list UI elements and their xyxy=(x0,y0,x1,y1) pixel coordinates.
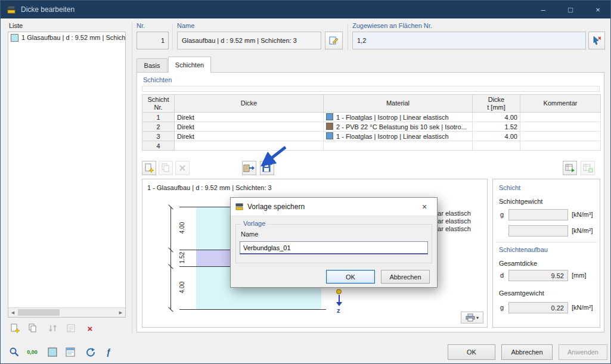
material-cell[interactable]: 1 - Floatglas | Isotrop | Linear elastis… xyxy=(324,113,473,122)
apply-button[interactable]: Anwenden xyxy=(559,344,607,360)
copy-thickness-button[interactable] xyxy=(26,321,40,335)
comment-cell[interactable] xyxy=(520,132,601,141)
name-field[interactable]: Glasaufbau | d : 9.52 mm | Schichten: 3 xyxy=(177,32,321,49)
dim-label: 4.00 xyxy=(179,278,185,298)
assigned-field[interactable]: 1,2 xyxy=(352,32,586,49)
scroll-thumb[interactable] xyxy=(18,309,60,316)
delete-layer-button[interactable] xyxy=(175,161,190,175)
thickness-cell[interactable] xyxy=(473,141,520,151)
scroll-left-icon[interactable]: ◀ xyxy=(8,308,17,317)
navigator-button[interactable] xyxy=(63,345,78,359)
delete-icon: × xyxy=(88,323,93,334)
header-divider xyxy=(348,23,348,51)
layer-weight-area-field xyxy=(508,225,568,237)
dicke-type-cell[interactable]: Direkt xyxy=(175,122,324,132)
copy-sheets-icon xyxy=(160,163,171,173)
template-name-input[interactable] xyxy=(240,241,428,254)
template-name-label: Name xyxy=(241,231,258,238)
z-axis-label: z xyxy=(337,307,340,314)
list-item[interactable]: 1 Glasaufbau | d : 9.52 mm | Schich xyxy=(8,32,125,43)
close-icon[interactable]: × xyxy=(584,1,611,18)
sort-icon xyxy=(48,323,58,334)
edit-name-button[interactable] xyxy=(325,32,343,49)
name-label: Name xyxy=(177,22,194,29)
add-layer-button[interactable] xyxy=(142,161,156,175)
scroll-right-icon[interactable]: ▶ xyxy=(116,308,125,317)
units-icon: 0,00 xyxy=(27,349,38,355)
annotation-arrow xyxy=(253,145,290,171)
material-color-swatch xyxy=(326,132,333,139)
material-cell[interactable] xyxy=(324,141,473,151)
export-table-button[interactable] xyxy=(563,161,577,175)
print-table-button[interactable] xyxy=(581,161,595,175)
modal-ok-button[interactable]: OK xyxy=(326,270,375,284)
copy-sheets-icon xyxy=(27,323,38,334)
cursor-pick-icon xyxy=(591,35,602,46)
save-template-dialog: Vorlage speichern × Vorlage Name OK Abbr… xyxy=(230,197,438,288)
nr-label: Nr. xyxy=(137,22,145,29)
pencil-icon xyxy=(328,35,339,46)
formula-button[interactable]: ƒ xyxy=(101,345,116,359)
dicke-type-cell[interactable] xyxy=(175,141,324,151)
z-axis-arrow xyxy=(339,295,340,302)
sort-list-button[interactable] xyxy=(46,321,60,335)
aufbau-title: Schichtenaufbau xyxy=(499,246,548,253)
printer-icon xyxy=(466,313,475,322)
delete-thickness-button[interactable]: × xyxy=(83,321,97,335)
vorlage-group: Vorlage Name xyxy=(235,224,432,263)
refresh-button[interactable] xyxy=(83,345,98,359)
ok-button[interactable]: OK xyxy=(448,344,495,360)
g-label: g xyxy=(500,211,504,218)
print-preview-button[interactable]: ▾ xyxy=(461,312,483,323)
renumber-list-button[interactable] xyxy=(64,321,78,335)
row-number-cell[interactable]: 3 xyxy=(142,132,175,141)
z-axis-node xyxy=(336,289,342,294)
list-hscrollbar[interactable]: ◀ ▶ xyxy=(8,307,125,317)
dicke-type-cell[interactable]: Direkt xyxy=(175,132,324,141)
tab-basis[interactable]: Basis xyxy=(137,58,168,73)
material-cell[interactable]: 2 - PVB 22 °C Belastung bis 10 sek | Iso… xyxy=(324,122,473,132)
cancel-button[interactable]: Abbrechen xyxy=(501,344,553,360)
new-sheet-icon xyxy=(144,163,154,173)
minimize-icon[interactable]: – xyxy=(529,1,557,18)
dicke-type-cell[interactable]: Direkt xyxy=(175,113,324,122)
thickness-cell[interactable]: 1.52 xyxy=(473,122,520,132)
material-cell[interactable]: 1 - Floatglas | Isotrop | Linear elastis… xyxy=(324,132,473,141)
thickness-icon xyxy=(7,5,16,14)
formula-icon: ƒ xyxy=(106,347,111,357)
comment-cell[interactable] xyxy=(520,141,601,151)
tab-schichten[interactable]: Schichten xyxy=(168,57,211,73)
display-colors-button[interactable] xyxy=(45,345,60,359)
layer-weight-volume-field xyxy=(508,209,568,220)
dropdown-icon: ▾ xyxy=(476,315,479,321)
thickness-cell[interactable]: 4.00 xyxy=(473,132,520,141)
modal-cancel-button[interactable]: Abbrechen xyxy=(381,270,430,284)
gesamtgewicht-label: Gesamtgewicht xyxy=(499,290,544,297)
new-thickness-button[interactable] xyxy=(8,321,22,335)
pick-surfaces-button[interactable] xyxy=(588,32,605,49)
copy-layer-button[interactable] xyxy=(159,161,173,175)
total-weight-field: 0.22 xyxy=(508,302,568,313)
assigned-label: Zugewiesen an Flächen Nr. xyxy=(352,22,432,29)
modal-title: Vorlage speichern xyxy=(247,203,305,211)
row-number-cell[interactable]: 4 xyxy=(142,141,175,151)
modal-close-icon[interactable]: × xyxy=(412,198,437,216)
row-number-cell[interactable]: 2 xyxy=(142,122,175,132)
thickness-list[interactable]: 1 Glasaufbau | d : 9.52 mm | Schich ◀ ▶ xyxy=(8,32,126,318)
thickness-cell[interactable]: 4.00 xyxy=(473,113,520,122)
edit-thickness-dialog: Dicke bearbeiten – □ × Liste 1 Glasaufba… xyxy=(0,0,611,364)
total-thickness-field: 9.52 xyxy=(508,270,568,281)
modal-titlebar[interactable]: Vorlage speichern × xyxy=(231,198,437,216)
program-settings-button[interactable] xyxy=(7,345,22,359)
schichtgewicht-label: Schichtgewicht xyxy=(499,198,542,205)
row-number-cell[interactable]: 1 xyxy=(142,113,175,122)
maximize-icon[interactable]: □ xyxy=(557,1,584,18)
comment-cell[interactable] xyxy=(520,113,601,122)
units-button[interactable]: 0,00 xyxy=(24,345,40,359)
table-row: 4 xyxy=(142,141,601,151)
legend-fragment: ear elastisch xyxy=(434,210,471,217)
material-color-swatch xyxy=(326,123,333,130)
layers-table: Schicht Nr. Dicke Material Dicke t [mm] … xyxy=(142,94,601,151)
window-titlebar[interactable]: Dicke bearbeiten – □ × xyxy=(1,1,611,18)
comment-cell[interactable] xyxy=(520,122,601,132)
